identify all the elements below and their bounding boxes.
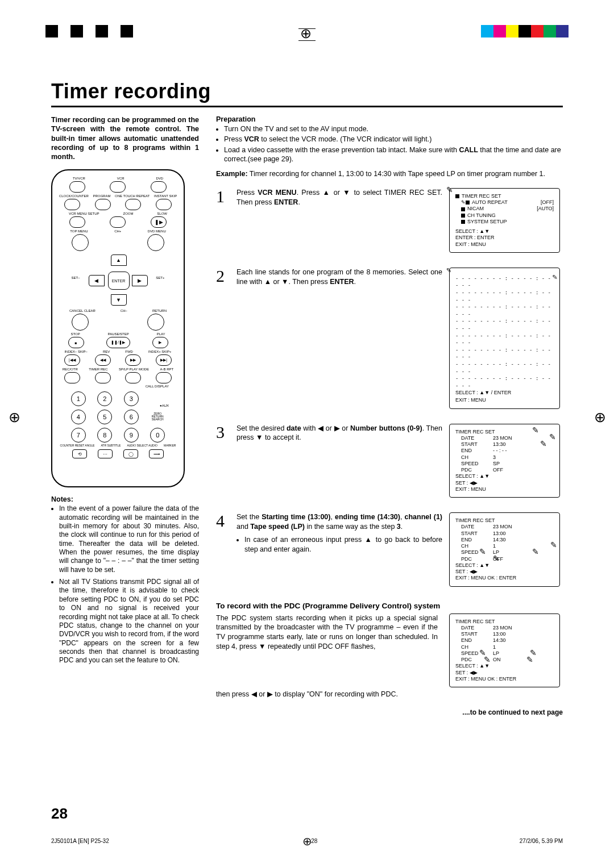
num-8: 8 (97, 428, 112, 443)
remote-label: A-B RPT (160, 368, 174, 371)
remote-label: TIMER REC (89, 368, 107, 371)
remote-label: CLOCK/COUNTER (59, 194, 89, 198)
remote-nav-left: ◀ (89, 275, 105, 286)
num-blank (151, 391, 164, 405)
registration-crosshair-left: ⊕ (6, 409, 23, 425)
remote-label: CH+ (114, 229, 121, 233)
preparation-heading: Preparation (216, 115, 563, 123)
remote-label: ATR SUBTITLE (101, 444, 121, 447)
preparation-list: Turn ON the TV and set to the AV input m… (216, 124, 563, 164)
osd-screen-4: ✎ ✎ ✎ ✎ TIMER REC SET DATE23 MONSTART13:… (449, 512, 560, 587)
zero-return-label: ZERO RETURN SEARCH (151, 410, 164, 423)
left-column: Timer recording can be programmed on the… (51, 115, 199, 716)
remote-label: VCR (117, 177, 125, 180)
step-text: Each line stands for one program of the … (237, 268, 442, 409)
remote-illustration: TV/VCR VCR DVD CLOCK/COUNTER PROGRAM ONE… (51, 169, 185, 487)
remote-button (64, 199, 80, 210)
remote-label: SLOW (157, 212, 167, 215)
remote-label: TV/VCR (73, 177, 85, 180)
remote-label: ONE TOUCH REPEAT (115, 194, 150, 198)
pen-icon: ✎ (532, 425, 539, 436)
pen-icon: ✎ (484, 655, 491, 665)
step-text: Set the Starting time (13:00), ending ti… (237, 512, 442, 587)
remote-label: COUNTER RESET ANGLE (60, 444, 95, 447)
remote-navpad: ▲ ▼ ◀ ▶ ENTER SET− SET+ (84, 254, 152, 306)
remote-label: REV (103, 350, 110, 353)
step-text: Set the desired date with ◀ or ▶ or Numb… (237, 424, 442, 498)
remote-skip-back-button: |◀◀ (64, 354, 80, 366)
registration-crosshair-right: ⊕ (591, 409, 608, 425)
page: ⊕ ⊕ Timer recording Timer recording can … (0, 0, 614, 868)
remote-button (64, 372, 80, 383)
remote-lower-button: ⟶ (149, 449, 164, 458)
remote-label: RETURN (152, 309, 167, 312)
remote-button (69, 181, 85, 193)
registration-crosshair-top (298, 28, 316, 41)
remote-button (151, 181, 167, 193)
note-item: Not all TV Stations transmit PDC signal … (59, 578, 199, 665)
pen-icon: ✎ (493, 554, 500, 564)
remote-return-button (147, 314, 164, 331)
remote-label: VCR MENU SETUP (69, 212, 99, 215)
remote-button (156, 199, 172, 210)
footer-right: 27/2/06, 5.39 PM (520, 838, 563, 844)
remote-call-label: CALL DISPLAY (57, 385, 179, 388)
osd-screen-1: ✎ TIMER REC SET ✎AUTO REPEAT[OFF] NICAM[… (449, 188, 560, 253)
pen-icon: ✎ (549, 432, 556, 443)
remote-label: STOP (70, 332, 80, 336)
remote-label: TOP MENU (70, 229, 88, 233)
step-text: Press VCR MENU. Press ▲ or ▼ to select T… (237, 188, 442, 253)
step-number: 4 (216, 512, 230, 587)
remote-stop-button: ■ (68, 337, 84, 348)
pen-icon: ✎ (550, 540, 557, 550)
step-1: 1 Press VCR MENU. Press ▲ or ▼ to select… (216, 188, 563, 253)
osd-container-4: ✎ ✎ ✎ ✎ TIMER REC SET DATE23 MONSTART13:… (449, 512, 563, 587)
remote-button (95, 199, 111, 210)
remote-lower-button: ⟲ (72, 449, 87, 458)
pen-icon: ✎ (526, 655, 533, 665)
remote-aux-label: ●AUX (57, 404, 179, 407)
remote-cancel-button (72, 314, 89, 331)
pen-icon: ✎ (532, 547, 539, 557)
example-text: Timer recording for channel 1, 13:00 to … (248, 170, 545, 178)
notes-heading: Notes: (51, 495, 199, 503)
pen-icon: ✎ (446, 185, 453, 195)
prep-item: Turn ON the TV and set to the AV input m… (224, 124, 563, 133)
notes-list: In the event of a power failure the data… (51, 504, 199, 665)
pen-icon: ✎ (479, 547, 486, 557)
remote-label: DVD (156, 177, 163, 180)
title-rule (51, 106, 563, 107)
remote-button (95, 372, 111, 383)
remote-button (110, 216, 126, 228)
pdc-block: The PDC system starts recording when it … (216, 614, 563, 688)
osd-screen-2: ✎ ✎ - - - - - - - - : - - - - : - - - - … (449, 268, 560, 409)
remote-label: INDEX+ SKIP+ (148, 350, 172, 353)
remote-slow-button: ❚▶ (151, 216, 167, 228)
intro-paragraph: Timer recording can be programmed on the… (51, 115, 199, 161)
remote-rev-button: ◀◀ (95, 354, 111, 366)
remote-dvd-menu-button (147, 234, 164, 251)
remote-button (125, 372, 141, 383)
footer-left: 2J50101A [EN] P25-32 (51, 838, 109, 844)
note-item: In the event of a power failure the data… (59, 504, 199, 574)
remote-button (125, 199, 141, 210)
step-number: 1 (216, 188, 230, 253)
osd-container-3: ✎ ✎ ✎ TIMER REC SET DATE23 MONSTART13:30… (449, 424, 563, 498)
continued-note: ....to be continued to next page (216, 708, 563, 716)
osd-container-1: ✎ TIMER REC SET ✎AUTO REPEAT[OFF] NICAM[… (449, 188, 563, 253)
num-4: 4 (71, 410, 86, 424)
remote-nav-up: ▲ (111, 254, 127, 266)
remote-set-plus-label: SET+ (156, 276, 164, 279)
remote-lower-button: ◯ (123, 449, 138, 458)
osd-container-5: ✎ ✎ ✎ ✎ TIMER REC SET DATE23 MONSTART13:… (449, 614, 563, 688)
remote-label: MARKER (164, 444, 176, 447)
remote-button (156, 372, 172, 383)
footer: 2J50101A [EN] P25-32 28 ⊕ 27/2/06, 5.39 … (51, 838, 563, 844)
remote-fwd-button: ▶▶ (125, 354, 141, 366)
num-6: 6 (124, 410, 139, 424)
remote-label: INSTANT SKIP (154, 194, 177, 198)
remote-label: REC/OTR (63, 368, 78, 371)
remote-label: ZOOM (123, 212, 133, 215)
step-2: 2 Each line stands for one program of th… (216, 268, 563, 409)
remote-nav-right: ▶ (132, 275, 148, 286)
